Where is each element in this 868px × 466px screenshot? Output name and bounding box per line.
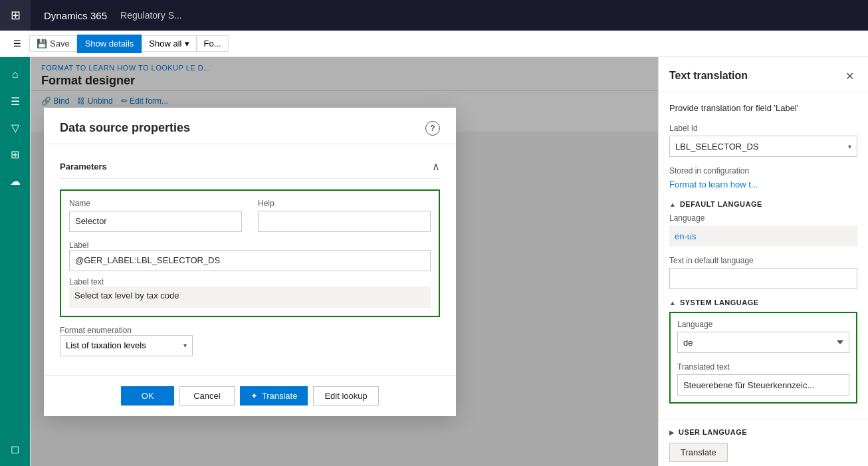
label-id-chevron: ▾: [848, 143, 851, 150]
format-enum-row: Format enumeration List of taxation leve…: [60, 325, 440, 356]
modal-overlay: Data source properties ? Parameters ∧ Na…: [31, 57, 868, 466]
system-lang-group: Language de en fr: [677, 320, 849, 353]
right-panel-body: Provide translation for field 'Label' La…: [659, 92, 868, 419]
stored-config-group: Stored in configuration Format to learn …: [669, 166, 857, 191]
app-title: Dynamics 365: [31, 10, 120, 21]
format-enum-value: List of taxation levels: [66, 340, 183, 350]
sidebar-menu-icon[interactable]: ☰: [3, 89, 27, 113]
text-default-label: Text in default language: [669, 256, 857, 265]
default-lang-value: en-us: [669, 225, 857, 247]
default-lang-collapse-icon[interactable]: ▲: [669, 201, 676, 208]
datasource-dialog: Data source properties ? Parameters ∧ Na…: [44, 108, 456, 416]
help-label: Help: [258, 199, 431, 208]
save-button[interactable]: 💾 Save: [29, 35, 77, 52]
user-language-section: ▶ USER LANGUAGE Translate: [659, 419, 868, 466]
system-language-highlighted: Language de en fr Translated text: [669, 312, 857, 404]
dialog-header: Data source properties ?: [44, 108, 456, 144]
system-lang-title: SYSTEM LANGUAGE: [680, 298, 759, 306]
label-label: Label: [69, 241, 88, 250]
app-subtitle: Regulatory S...: [120, 10, 182, 21]
help-icon[interactable]: ?: [425, 121, 440, 136]
close-icon[interactable]: ✕: [841, 68, 857, 84]
label-id-dropdown[interactable]: LBL_SELECTOR_DS ▾: [669, 136, 857, 157]
default-language-group: Language en-us: [669, 213, 857, 247]
label-row: Label: [69, 240, 431, 271]
translated-text-input[interactable]: [677, 374, 849, 396]
system-language-section-header: ▲ SYSTEM LANGUAGE: [669, 298, 857, 306]
format-enum-chevron: ▾: [183, 342, 187, 349]
default-language-section-header: ▲ DEFAULT LANGUAGE: [669, 200, 857, 208]
user-lang-title: USER LANGUAGE: [679, 428, 747, 436]
text-translation-panel: Text translation ✕ Provide translation f…: [658, 57, 868, 466]
apps-button[interactable]: ⊞: [0, 0, 31, 31]
label-text-value: Select tax level by tax code: [69, 287, 431, 308]
help-group: Help: [258, 199, 431, 232]
label-id-value: LBL_SELECTOR_DS: [675, 142, 759, 152]
top-bar: ⊞ Dynamics 365 Regulatory S...: [0, 0, 868, 31]
parameters-title: Parameters: [60, 162, 107, 172]
text-default-input[interactable]: [669, 268, 857, 289]
system-lang-label: Language: [677, 320, 849, 329]
translate-rp-button[interactable]: Translate: [669, 443, 728, 462]
stored-config-link[interactable]: Format to learn how t...: [669, 178, 758, 191]
right-panel-title: Text translation: [669, 70, 748, 82]
collapse-icon[interactable]: ∧: [432, 160, 440, 173]
name-help-row: Name Help: [69, 199, 431, 232]
show-all-button[interactable]: Show all ▾: [142, 35, 196, 52]
label-text-row: Label text Select tax level by tax code: [69, 277, 431, 308]
sidebar-grid-icon[interactable]: ⊞: [3, 142, 27, 166]
label-id-label: Label Id: [669, 124, 857, 133]
system-lang-collapse-icon[interactable]: ▲: [669, 299, 676, 306]
default-lang-label: Language: [669, 213, 857, 223]
format-enum-label: Format enumeration: [60, 326, 132, 335]
name-group: Name: [69, 199, 242, 232]
translate-button[interactable]: ✦ Translate: [240, 386, 308, 406]
user-lang-section-header: ▶ USER LANGUAGE: [669, 428, 857, 436]
text-default-group: Text in default language: [669, 256, 857, 289]
highlighted-params-box: Name Help Label: [60, 189, 440, 317]
rp-subtitle: Provide translation for field 'Label': [669, 103, 857, 113]
sidebar-filter-icon[interactable]: ▽: [3, 116, 27, 140]
translate-icon: ✦: [251, 391, 258, 401]
cancel-button[interactable]: Cancel: [179, 386, 234, 406]
format-button[interactable]: Fo...: [197, 35, 229, 52]
main-layout: ⌂ ☰ ▽ ⊞ ☁ ◻ FORMAT TO LEARN HOW TO LOOKU…: [0, 57, 868, 466]
stored-config-label: Stored in configuration: [669, 166, 857, 175]
left-sidebar: ⌂ ☰ ▽ ⊞ ☁ ◻: [0, 57, 31, 466]
translated-text-group: Translated text: [677, 362, 849, 396]
name-label: Name: [69, 199, 242, 208]
grid-icon: ⊞: [11, 8, 21, 23]
label-text-label: Label text: [69, 277, 104, 287]
format-enum-dropdown[interactable]: List of taxation levels ▾: [60, 335, 193, 356]
dialog-footer: OK Cancel ✦ Translate Edit lookup: [44, 375, 456, 416]
sidebar-box-icon[interactable]: ◻: [3, 437, 27, 461]
dialog-body: Parameters ∧ Name Help: [44, 144, 456, 375]
save-icon: 💾: [37, 39, 47, 49]
parameters-section-header: Parameters ∧: [60, 155, 440, 179]
default-lang-title: DEFAULT LANGUAGE: [680, 200, 762, 208]
help-input[interactable]: [258, 211, 431, 232]
show-details-button[interactable]: Show details: [77, 35, 142, 53]
hamburger-button[interactable]: ☰: [5, 32, 29, 56]
edit-lookup-button[interactable]: Edit lookup: [313, 386, 378, 406]
chevron-down-icon: ▾: [185, 39, 189, 49]
ok-button[interactable]: OK: [121, 386, 174, 406]
right-panel-header: Text translation ✕: [659, 57, 868, 92]
user-lang-expand-icon[interactable]: ▶: [669, 429, 675, 436]
second-bar: ☰ 💾 Save Show details Show all ▾ Fo...: [0, 31, 868, 57]
label-input[interactable]: [69, 250, 431, 271]
sidebar-home-icon[interactable]: ⌂: [3, 62, 27, 86]
dialog-title: Data source properties: [60, 121, 190, 135]
content-area: FORMAT TO LEARN HOW TO LOOKUP LE D... Fo…: [31, 57, 868, 466]
translated-text-label: Translated text: [677, 362, 849, 372]
sidebar-chat-icon[interactable]: ☁: [3, 169, 27, 193]
name-input[interactable]: [69, 211, 242, 232]
label-id-group: Label Id LBL_SELECTOR_DS ▾: [669, 124, 857, 157]
menu-icon: ☰: [13, 39, 21, 49]
system-lang-select[interactable]: de en fr: [677, 332, 849, 353]
